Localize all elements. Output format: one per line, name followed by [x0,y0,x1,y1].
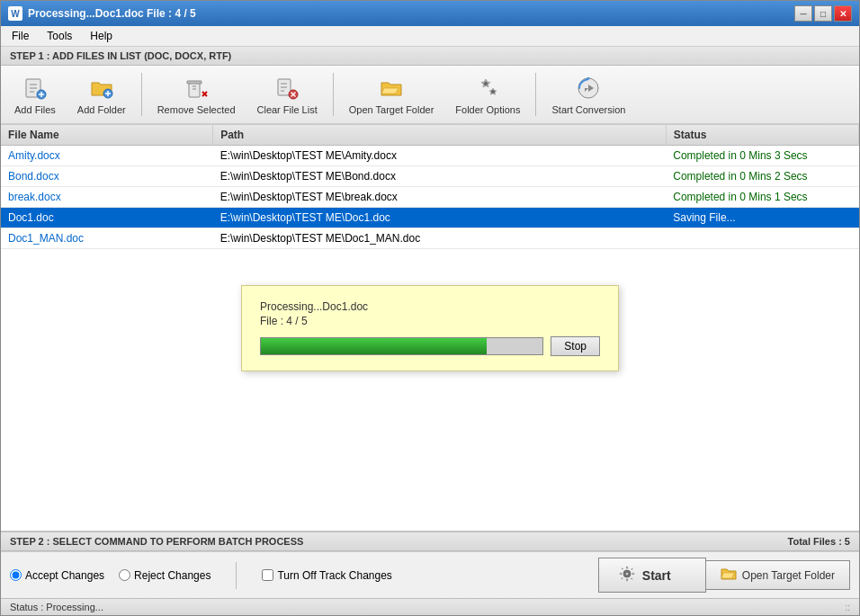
file-name-cell: break.docx [1,187,213,208]
accept-changes-radio-label[interactable]: Accept Changes [10,569,104,582]
table-row[interactable]: Doc1_MAN.docE:\win\Desktop\TEST ME\Doc1_… [1,228,859,249]
file-status-cell: Saving File... [666,208,858,228]
step2-label: STEP 2 : SELECT COMMAND TO PERFORM BATCH… [10,536,303,547]
folder-options-button[interactable]: Folder Options [445,69,530,120]
svg-point-28 [625,573,628,576]
open-target-label: Open Target Folder [742,569,835,582]
file-name-cell: Doc1.doc [1,208,213,228]
file-status-cell: Completed in 0 Mins 1 Secs [666,187,858,208]
file-name-cell: Bond.docx [1,166,213,187]
turn-off-track-label: Turn Off Track Changes [277,569,391,582]
step2-banner: STEP 2 : SELECT COMMAND TO PERFORM BATCH… [1,531,859,551]
accept-changes-radio[interactable] [10,569,22,581]
app-icon: W [8,6,22,21]
status-bar: Status : Processing... :: [1,598,859,615]
add-folder-icon [87,74,116,103]
radio-group: Accept Changes Reject Changes Turn Off T… [10,562,598,589]
menu-bar: File Tools Help [1,26,859,47]
svg-rect-11 [187,81,202,84]
table-row[interactable]: break.docxE:\win\Desktop\TEST ME\break.d… [1,187,859,208]
file-path-cell: E:\win\Desktop\TEST ME\break.docx [213,187,667,208]
action-bar: Accept Changes Reject Changes Turn Off T… [1,551,859,598]
maximize-button[interactable]: □ [814,5,832,22]
start-label: Start [642,568,671,583]
reject-changes-radio[interactable] [119,569,130,581]
status-text: Status : Processing... [10,602,103,612]
total-files-label: Total Files : 5 [788,536,850,547]
file-status-cell: Completed in 0 Mins 3 Secs [666,146,858,166]
reject-changes-label: Reject Changes [134,569,211,582]
folder-options-icon [473,74,502,103]
table-row[interactable]: Doc1.docE:\win\Desktop\TEST ME\Doc1.docS… [1,208,859,228]
clear-file-list-icon [273,74,301,103]
file-name-cell: Amity.docx [1,146,213,166]
action-bar-divider [236,562,237,589]
add-files-icon [21,74,49,103]
file-status-cell [666,228,858,249]
toolbar-divider-2 [333,73,334,116]
stop-button[interactable]: Stop [551,336,600,356]
title-bar: W Processing...Doc1.doc File : 4 / 5 ─ □… [1,1,859,26]
menu-help[interactable]: Help [83,28,120,44]
remove-selected-icon [182,74,211,103]
add-files-button[interactable]: Add Files [4,69,66,120]
progress-bar-track [260,337,543,355]
close-button[interactable]: ✕ [834,5,852,22]
column-header-status: Status [666,125,858,146]
open-folder-icon [721,567,737,584]
file-path-cell: E:\win\Desktop\TEST ME\Doc1.doc [213,208,667,228]
progress-dialog: Processing...Doc1.doc File : 4 / 5 Stop [241,285,619,371]
column-header-path: Path [213,125,667,146]
reject-changes-radio-label[interactable]: Reject Changes [119,569,211,582]
progress-title: Processing...Doc1.doc [260,300,600,313]
start-conversion-button[interactable]: Start Conversion [542,69,635,120]
main-window: W Processing...Doc1.doc File : 4 / 5 ─ □… [0,0,860,616]
remove-selected-button[interactable]: Remove Selected [148,69,246,120]
clear-file-list-button[interactable]: Clear File List [247,69,327,120]
file-status-cell: Completed in 0 Mins 2 Secs [666,166,858,187]
file-path-cell: E:\win\Desktop\TEST ME\Doc1_MAN.doc [213,228,667,249]
window-controls: ─ □ ✕ [794,5,852,22]
file-path-cell: E:\win\Desktop\TEST ME\Bond.docx [213,166,667,187]
table-header-row: File Name Path Status [1,125,859,146]
progress-subtitle: File : 4 / 5 [260,315,600,327]
add-folder-button[interactable]: Add Folder [67,69,136,120]
toolbar-divider-3 [535,73,536,116]
gear-icon [617,564,637,586]
open-target-folder-icon [377,74,406,103]
window-title: Processing...Doc1.doc File : 4 / 5 [28,7,794,20]
svg-rect-10 [189,83,200,97]
file-name-cell: Doc1_MAN.doc [1,228,213,249]
accept-changes-label: Accept Changes [25,569,104,582]
table-row[interactable]: Amity.docxE:\win\Desktop\TEST ME\Amity.d… [1,146,859,166]
toolbar-divider-1 [141,73,142,116]
step1-banner: STEP 1 : ADD FILES IN LIST (DOC, DOCX, R… [1,47,859,66]
turn-off-track-changes-label[interactable]: Turn Off Track Changes [262,569,391,582]
resize-grip: :: [845,603,850,612]
toolbar: Add Files Add Folder [1,66,859,125]
minimize-button[interactable]: ─ [794,5,812,22]
svg-point-24 [491,90,495,94]
column-header-filename: File Name [1,125,213,146]
table-row[interactable]: Bond.docxE:\win\Desktop\TEST ME\Bond.doc… [1,166,859,187]
turn-off-track-changes-checkbox[interactable] [262,569,273,581]
progress-bar-fill [261,338,487,354]
file-list-container: File Name Path Status Amity.docxE:\win\D… [1,125,859,531]
progress-bar-container: Stop [260,336,600,356]
menu-tools[interactable]: Tools [40,28,79,44]
open-target-folder-button[interactable]: Open Target Folder [339,69,444,120]
file-path-cell: E:\win\Desktop\TEST ME\Amity.docx [213,146,667,166]
file-table: File Name Path Status Amity.docxE:\win\D… [1,125,859,249]
svg-point-23 [484,82,488,85]
start-button[interactable]: Start [598,558,706,593]
start-conversion-icon [574,74,603,103]
open-target-button[interactable]: Open Target Folder [706,560,850,590]
menu-file[interactable]: File [4,28,36,44]
